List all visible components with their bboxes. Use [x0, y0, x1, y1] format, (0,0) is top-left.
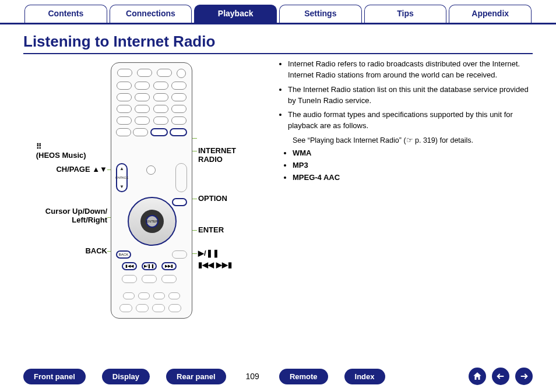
remote-btn-back: BACK [116, 250, 131, 259]
tab-connections[interactable]: Connections [110, 5, 192, 23]
bullet-item: Internet Radio refers to radio broadcast… [288, 59, 533, 81]
remote-btn-power [177, 69, 186, 78]
page-title: Listening to Internet Radio [23, 33, 533, 54]
link-rear-panel[interactable]: Rear panel [166, 369, 226, 384]
bullet-item: The Internet Radio station list on this … [288, 84, 533, 107]
format-item: MP3 [293, 160, 533, 171]
remote-btn-playpause: ▶/❚❚ [142, 262, 157, 270]
remote-dpad: ENTER [128, 197, 177, 246]
heos-glyph-icon: ⠿ [36, 142, 42, 151]
link-index[interactable]: Index [344, 369, 385, 384]
remote-btn-generic [137, 69, 152, 77]
description-column: Internet Radio refers to radio broadcast… [280, 56, 533, 324]
remote-btn-enter: ENTER [146, 215, 159, 228]
see-reference: See “Playing back Internet Radio” (☞ p. … [293, 135, 533, 146]
page-number: 109 [246, 372, 259, 381]
format-list: WMA MP3 MPEG-4 AAC [293, 148, 533, 183]
remote-btn-generic [116, 128, 131, 136]
callout-skip: ▮◀◀ ▶▶▮ [198, 260, 232, 269]
tab-settings[interactable]: Settings [279, 5, 362, 23]
callout-playpause: ▶/❚❚ [198, 249, 219, 257]
top-tabs: Contents Connections Playback Settings T… [0, 0, 556, 24]
remote-diagram: CH/PAGE ▲▼ Cursor Up/Down/ Left/Right BA… [23, 56, 268, 324]
tab-appendix[interactable]: Appendix [449, 5, 532, 23]
remote-outline: ▲ CH/PAGE ▼ ENTER BACK ▮◀◀ ▶/❚❚ ▶▶▮ [111, 62, 192, 319]
remote-btn-mute [146, 165, 156, 175]
format-item: MPEG-4 AAC [293, 172, 533, 183]
callout-heos-text: (HEOS Music) [36, 151, 86, 160]
description-list: Internet Radio refers to radio broadcast… [288, 59, 533, 132]
remote-btn-generic [133, 128, 148, 136]
prev-page-icon[interactable] [492, 368, 509, 385]
bullet-item: The audio format types and specification… [288, 110, 533, 132]
next-page-icon[interactable] [515, 368, 533, 385]
callout-back: BACK [23, 246, 107, 255]
callout-internet-radio: INTERNET RADIO [198, 146, 236, 164]
remote-btn-heos [150, 128, 168, 136]
callout-enter: ENTER [198, 225, 224, 234]
remote-btn-setup [172, 250, 187, 259]
remote-btn-next: ▶▶▮ [161, 262, 177, 270]
chevron-down-icon: ▼ [119, 184, 124, 189]
remote-quick-select [123, 292, 180, 299]
tab-contents[interactable]: Contents [24, 5, 107, 23]
home-icon[interactable] [469, 368, 486, 385]
content-area: CH/PAGE ▲▼ Cursor Up/Down/ Left/Right BA… [0, 56, 556, 324]
footer-nav: Front panel Display Rear panel 109 Remot… [0, 368, 556, 385]
link-front-panel[interactable]: Front panel [23, 369, 86, 384]
callout-cursor: Cursor Up/Down/ Left/Right [23, 207, 107, 224]
tab-playback[interactable]: Playback [194, 5, 277, 23]
remote-transport-row: ▮◀◀ ▶/❚❚ ▶▶▮ [122, 262, 177, 270]
remote-btn-generic [117, 69, 132, 77]
callout-option: OPTION [198, 194, 227, 203]
remote-volume-rocker [175, 163, 187, 192]
link-display[interactable]: Display [102, 369, 150, 384]
remote-chpage-label: CH/PAGE [115, 176, 128, 179]
link-remote[interactable]: Remote [279, 369, 328, 384]
remote-btn-generic [157, 69, 172, 77]
callout-heos: ⠿ (HEOS Music) [23, 133, 86, 168]
format-item: WMA [293, 148, 533, 159]
remote-btn-prev: ▮◀◀ [122, 262, 137, 270]
tab-tips[interactable]: Tips [364, 5, 447, 23]
remote-chpage-rocker: ▲ CH/PAGE ▼ [116, 163, 128, 192]
chevron-up-icon: ▲ [119, 166, 124, 171]
remote-btn-internet-radio [170, 128, 187, 136]
